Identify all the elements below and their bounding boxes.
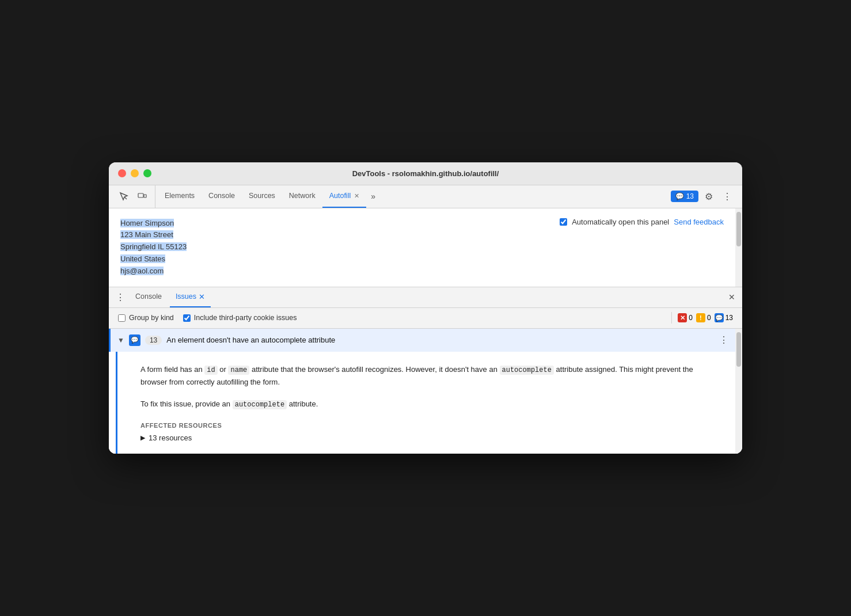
issue-title: An element doesn't have an autocomplete … [166, 336, 715, 344]
resources-arrow-icon: ▶ [140, 434, 145, 442]
include-third-party-label[interactable]: Include third-party cookie issues [183, 314, 297, 322]
scrollbar-thumb [736, 212, 741, 246]
close-button[interactable] [118, 169, 126, 177]
autofill-section: Homer Simpson 123 Main Street Springfiel… [109, 208, 742, 287]
issue-counts: ✕ 0 ! 0 💬 13 [669, 312, 733, 324]
tab-elements[interactable]: Elements [158, 185, 202, 208]
devtools-window: DevTools - rsolomakhin.github.io/autofil… [109, 162, 742, 454]
autofill-options: Automatically open this panel Send feedb… [560, 218, 724, 226]
bottom-toolbar-right: ✕ [726, 290, 738, 304]
devtools-body: Elements Console Sources Network Autofil… [109, 185, 742, 454]
issues-scrollbar-thumb [736, 332, 741, 367]
autofill-address: Homer Simpson 123 Main Street Springfiel… [120, 218, 187, 277]
group-by-kind-checkbox[interactable] [118, 314, 126, 322]
address-line-2: 123 Main Street [120, 230, 173, 239]
bottom-more-menu[interactable]: ⋮ [113, 290, 127, 305]
tab-sources[interactable]: Sources [242, 185, 282, 208]
main-toolbar: Elements Console Sources Network Autofil… [109, 185, 742, 208]
minimize-button[interactable] [131, 169, 139, 177]
tab-autofill[interactable]: Autofill ✕ [322, 185, 367, 208]
error-count-badge: ✕ 0 [678, 313, 693, 322]
send-feedback-link[interactable]: Send feedback [674, 218, 724, 226]
svg-rect-2 [144, 195, 146, 197]
resources-toggle[interactable]: ▶ 13 resources [140, 434, 712, 442]
info-count-badge: 💬 13 [715, 313, 733, 322]
tab-network[interactable]: Network [282, 185, 322, 208]
issues-scrollbar[interactable] [735, 329, 742, 454]
settings-button[interactable]: ⚙ [701, 188, 717, 204]
affected-resources-title: AFFECTED RESOURCES [140, 422, 712, 429]
maximize-button[interactable] [143, 169, 151, 177]
autofill-panel: Homer Simpson 123 Main Street Springfiel… [109, 208, 735, 287]
issue-detail: A form field has an id or name attribute… [116, 352, 735, 454]
issue-row[interactable]: ▼ 💬 13 An element doesn't have an autoco… [109, 329, 735, 352]
issue-type-icon: 💬 [129, 334, 140, 346]
address-line-4: United States [120, 254, 165, 263]
error-icon: ✕ [678, 313, 687, 322]
top-panel-scrollbar[interactable] [735, 208, 742, 287]
warning-icon: ! [696, 313, 705, 322]
address-line-3: Springfield IL 55123 [120, 242, 187, 251]
traffic-lights [118, 169, 151, 177]
bottom-tab-issues-close[interactable]: ✕ [199, 292, 205, 301]
bottom-panel: ⋮ Console Issues ✕ ✕ [109, 287, 742, 454]
issues-list: ▼ 💬 13 An element doesn't have an autoco… [109, 329, 735, 454]
warning-count-badge: ! 0 [696, 313, 711, 322]
divider [671, 312, 672, 324]
main-tab-bar: Elements Console Sources Network Autofil… [158, 185, 666, 208]
bottom-tab-console[interactable]: Console [130, 287, 168, 307]
issue-count-pill: 13 [145, 336, 162, 345]
select-element-icon[interactable] [116, 188, 132, 204]
toolbar-icon-group [111, 185, 155, 208]
window-title: DevTools - rsolomakhin.github.io/autofil… [352, 169, 499, 178]
chat-icon: 💬 [675, 192, 684, 200]
info-icon: 💬 [715, 313, 724, 322]
issue-chevron-icon: ▼ [117, 336, 124, 344]
issue-more-button[interactable]: ⋮ [719, 334, 728, 345]
issue-description: A form field has an id or name attribute… [140, 363, 712, 389]
tab-console[interactable]: Console [202, 185, 242, 208]
address-line-5: hjs@aol.com [120, 267, 164, 275]
bottom-tab-issues[interactable]: Issues ✕ [170, 287, 211, 307]
close-panel-button[interactable]: ✕ [726, 290, 738, 304]
device-emulation-icon[interactable] [134, 188, 150, 204]
address-line-1: Homer Simpson [120, 219, 174, 227]
bottom-toolbar: ⋮ Console Issues ✕ ✕ [109, 287, 742, 308]
svg-line-0 [124, 197, 127, 199]
issue-fix: To fix this issue, provide an autocomple… [140, 398, 712, 410]
titlebar: DevTools - rsolomakhin.github.io/autofil… [109, 162, 742, 185]
svg-rect-1 [138, 193, 143, 197]
issues-count-badge[interactable]: 💬 13 [671, 191, 698, 202]
more-options-button[interactable]: ⋮ [719, 188, 735, 204]
issues-content-area: ▼ 💬 13 An element doesn't have an autoco… [109, 329, 742, 454]
tab-autofill-close[interactable]: ✕ [354, 192, 359, 200]
group-by-kind-label[interactable]: Group by kind [118, 314, 174, 322]
more-tabs-button[interactable]: » [366, 185, 380, 208]
issues-toolbar: Group by kind Include third-party cookie… [109, 308, 742, 329]
toolbar-right: 💬 13 ⚙ ⋮ [666, 185, 740, 208]
auto-open-checkbox[interactable] [560, 218, 567, 226]
include-third-party-checkbox[interactable] [183, 314, 191, 322]
